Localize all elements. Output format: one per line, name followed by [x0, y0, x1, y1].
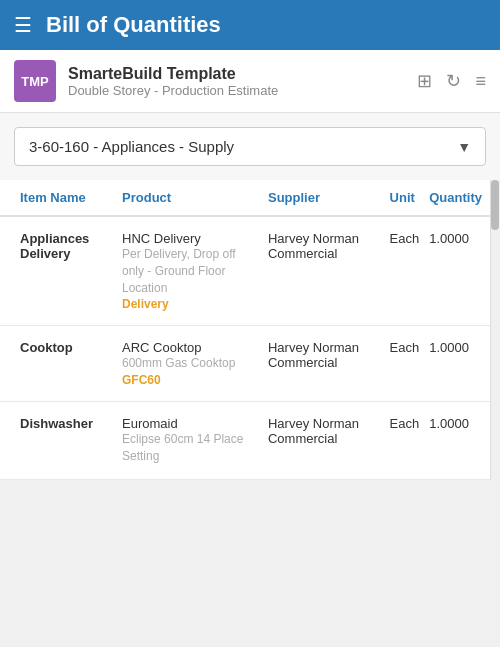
cell-supplier: Harvey Norman Commercial	[268, 402, 390, 480]
top-bar: ☰ Bill of Quantities	[0, 0, 500, 50]
cell-supplier: Harvey Norman Commercial	[268, 216, 390, 326]
col-header-product: Product	[122, 180, 268, 216]
table-row[interactable]: CooktopARC Cooktop600mm Gas CooktopGFC60…	[0, 326, 500, 402]
cell-item-name: Appliances Delivery	[0, 216, 122, 326]
product-main-name: Euromaid	[122, 416, 178, 431]
cell-product: HNC DeliveryPer Delivery, Drop off only …	[122, 216, 268, 326]
cell-product: EuromaidEclipse 60cm 14 Place Setting	[122, 402, 268, 480]
refresh-icon[interactable]: ↻	[446, 70, 461, 92]
table-container: Item Name Product Supplier Unit Quantity…	[0, 180, 500, 480]
chevron-down-icon: ▼	[457, 139, 471, 155]
sub-header-icons: ⊞ ↻ ≡	[417, 70, 486, 92]
project-subtitle: Double Storey - Production Estimate	[68, 83, 417, 98]
cell-unit: Each	[390, 326, 430, 402]
product-sub-name: Eclipse 60cm 14 Place Setting	[122, 432, 243, 463]
col-header-item-name: Item Name	[0, 180, 122, 216]
sub-header: TMP SmarteBuild Template Double Storey -…	[0, 50, 500, 113]
table-row[interactable]: DishwasherEuromaidEclipse 60cm 14 Place …	[0, 402, 500, 480]
product-code: GFC60	[122, 373, 161, 387]
table-section: Item Name Product Supplier Unit Quantity…	[0, 180, 500, 480]
hamburger-icon[interactable]: ☰	[14, 13, 32, 37]
project-info: SmarteBuild Template Double Storey - Pro…	[68, 65, 417, 98]
page-title: Bill of Quantities	[46, 12, 486, 38]
scrollbar[interactable]	[490, 180, 500, 480]
cell-item-name: Dishwasher	[0, 402, 122, 480]
cell-supplier: Harvey Norman Commercial	[268, 326, 390, 402]
product-main-name: HNC Delivery	[122, 231, 201, 246]
category-dropdown[interactable]: 3-60-160 - Appliances - Supply ▼	[14, 127, 486, 166]
col-header-supplier: Supplier	[268, 180, 390, 216]
project-name: SmarteBuild Template	[68, 65, 417, 83]
product-sub-name: Per Delivery, Drop off only - Ground Flo…	[122, 247, 236, 295]
table-body: Appliances DeliveryHNC DeliveryPer Deliv…	[0, 216, 500, 479]
scroll-thumb[interactable]	[491, 180, 499, 230]
table-header: Item Name Product Supplier Unit Quantity	[0, 180, 500, 216]
col-header-unit: Unit	[390, 180, 430, 216]
cell-unit: Each	[390, 216, 430, 326]
product-main-name: ARC Cooktop	[122, 340, 201, 355]
cell-item-name: Cooktop	[0, 326, 122, 402]
list-icon[interactable]: ≡	[475, 71, 486, 92]
product-sub-name: 600mm Gas Cooktop	[122, 356, 235, 370]
dropdown-selected-label: 3-60-160 - Appliances - Supply	[29, 138, 234, 155]
cell-unit: Each	[390, 402, 430, 480]
table-row[interactable]: Appliances DeliveryHNC DeliveryPer Deliv…	[0, 216, 500, 326]
avatar: TMP	[14, 60, 56, 102]
grid-icon[interactable]: ⊞	[417, 70, 432, 92]
dropdown-section: 3-60-160 - Appliances - Supply ▼	[0, 113, 500, 180]
product-code: Delivery	[122, 297, 169, 311]
bill-of-quantities-table: Item Name Product Supplier Unit Quantity…	[0, 180, 500, 480]
cell-product: ARC Cooktop600mm Gas CooktopGFC60	[122, 326, 268, 402]
